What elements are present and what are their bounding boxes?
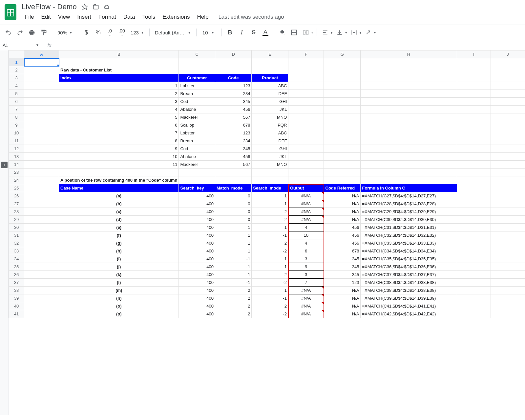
cell[interactable] [179, 66, 215, 74]
menu-extensions[interactable]: Extensions [159, 12, 193, 22]
row-header-4[interactable]: 4 [9, 82, 24, 90]
chevron-down-icon[interactable]: ▼ [330, 31, 333, 34]
cell[interactable] [491, 153, 525, 161]
cell[interactable] [24, 90, 59, 98]
cell[interactable]: N/A [324, 294, 361, 302]
cell[interactable] [24, 302, 59, 310]
cell[interactable]: 400 [179, 224, 215, 231]
cell[interactable] [491, 161, 525, 169]
chevron-down-icon[interactable]: ▼ [373, 31, 376, 34]
undo-button[interactable] [3, 27, 14, 38]
document-title[interactable]: LiveFlow - Demo [22, 3, 77, 11]
menu-format[interactable]: Format [95, 12, 119, 22]
cell[interactable]: (g) [59, 239, 179, 247]
cell[interactable] [491, 58, 525, 66]
row-header-27[interactable]: 27 [9, 200, 24, 208]
cell[interactable]: 2 [215, 287, 252, 294]
cell[interactable] [24, 279, 59, 287]
cell[interactable]: 2 [215, 310, 252, 318]
borders-button[interactable] [288, 27, 300, 38]
number-format-selector[interactable]: 123▼ [128, 29, 147, 37]
cell[interactable]: Formula in Column C [361, 184, 457, 192]
cell[interactable] [288, 66, 324, 74]
cell[interactable]: Raw data - Customer List [59, 66, 179, 74]
cell[interactable]: =XMATCH(C39,$D$4:$D$14,D39,E39) [361, 294, 457, 302]
cell[interactable] [324, 74, 361, 82]
row-header-26[interactable]: 26 [9, 192, 24, 200]
cell[interactable] [491, 279, 525, 287]
cell[interactable]: =XMATCH(C36,$D$4:$D$14,D36,E36) [361, 263, 457, 271]
cell[interactable]: JKL [252, 153, 288, 161]
cell[interactable] [457, 121, 491, 129]
cell[interactable] [324, 121, 361, 129]
cell[interactable]: JKL [252, 106, 288, 113]
cell[interactable] [24, 153, 59, 161]
cell[interactable] [361, 145, 457, 153]
redo-button[interactable] [14, 27, 26, 38]
cell[interactable]: 0 [215, 216, 252, 224]
row-header-41[interactable]: 41 [9, 310, 24, 318]
cell[interactable]: 1 [252, 192, 288, 200]
cell[interactable]: MNO [252, 161, 288, 169]
cell[interactable] [491, 208, 525, 216]
cell[interactable] [288, 129, 324, 137]
cell[interactable]: 8 [59, 137, 179, 145]
cell[interactable] [491, 192, 525, 200]
cell[interactable]: (o) [59, 302, 179, 310]
cell[interactable]: (b) [59, 200, 179, 208]
vertical-align-button[interactable] [334, 27, 345, 38]
cell[interactable]: #N/A [288, 192, 324, 200]
cell[interactable] [324, 66, 361, 74]
italic-button[interactable]: I [236, 27, 247, 38]
cell[interactable] [24, 129, 59, 137]
cell[interactable] [457, 66, 491, 74]
cell[interactable] [324, 137, 361, 145]
row-header-33[interactable]: 33 [9, 247, 24, 255]
cell[interactable] [491, 263, 525, 271]
cell[interactable] [24, 216, 59, 224]
cell[interactable] [288, 74, 324, 82]
row-header-5[interactable]: 5 [9, 90, 24, 98]
row-header-40[interactable]: 40 [9, 302, 24, 310]
row-header-6[interactable]: 6 [9, 98, 24, 106]
cell[interactable]: N/A [324, 216, 361, 224]
cell[interactable]: 2 [252, 208, 288, 216]
cell[interactable]: 456 [324, 224, 361, 231]
cell[interactable] [491, 82, 525, 90]
cell[interactable] [491, 224, 525, 231]
cell[interactable] [491, 106, 525, 113]
cell[interactable] [252, 176, 288, 184]
cell[interactable] [457, 279, 491, 287]
cell[interactable] [361, 137, 457, 145]
cell[interactable] [288, 90, 324, 98]
cell[interactable]: 456 [324, 231, 361, 239]
cell[interactable]: 2 [59, 90, 179, 98]
zoom-selector[interactable]: 90%▼ [55, 29, 75, 37]
row-header-7[interactable]: 7 [9, 106, 24, 113]
cell[interactable] [361, 90, 457, 98]
cell[interactable]: Abalone [179, 106, 215, 113]
cell[interactable]: 400 [179, 302, 215, 310]
column-header-E[interactable]: E [252, 50, 288, 58]
currency-button[interactable]: $ [81, 27, 92, 38]
cell[interactable] [288, 137, 324, 145]
cell[interactable]: N/A [324, 302, 361, 310]
paint-format-button[interactable] [38, 27, 49, 38]
cell[interactable] [252, 66, 288, 74]
cell[interactable]: MNO [252, 113, 288, 121]
cell[interactable]: 1 [215, 224, 252, 231]
cell[interactable]: 6 [288, 247, 324, 255]
cell[interactable]: 567 [215, 161, 252, 169]
cell[interactable] [491, 129, 525, 137]
cell[interactable]: Case Name [59, 184, 179, 192]
column-header-B[interactable]: B [59, 50, 179, 58]
cell[interactable]: =XMATCH(C38,$D$4:$D$14,D38,E38) [361, 279, 457, 287]
chevron-down-icon[interactable]: ▼ [359, 31, 362, 34]
font-size-selector[interactable]: 10▼ [199, 29, 219, 37]
cell[interactable] [24, 161, 59, 169]
cell[interactable] [491, 294, 525, 302]
font-selector[interactable]: Default (Ari…▼ [152, 29, 194, 37]
cell[interactable] [361, 169, 457, 176]
cell[interactable]: -1 [215, 271, 252, 279]
cell[interactable]: (f) [59, 231, 179, 239]
